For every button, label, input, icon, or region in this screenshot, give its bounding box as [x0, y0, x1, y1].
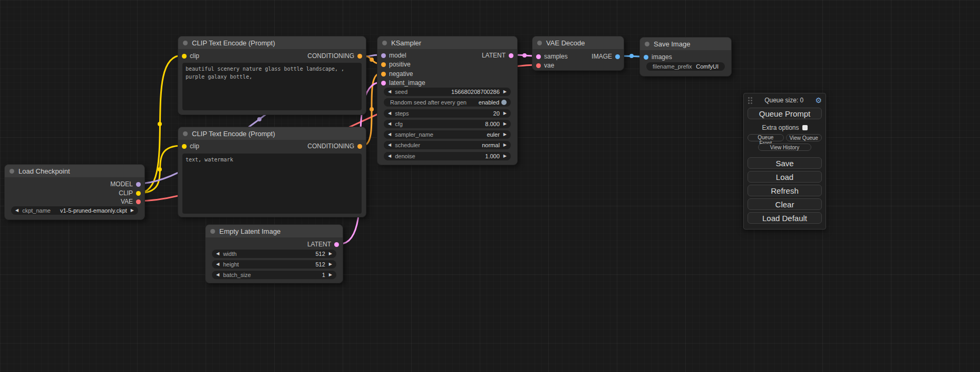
vae-slot-dot[interactable] [136, 199, 141, 204]
widget-label: cfg [395, 121, 403, 127]
widget-label: filename_prefix [653, 63, 692, 70]
extra-options-label: Extra options [762, 124, 799, 131]
view-queue-button[interactable]: View Queue [786, 134, 822, 141]
vae-slot-dot[interactable] [536, 63, 541, 68]
increment-arrow-icon[interactable]: ▶ [503, 154, 507, 158]
conditioning-slot-dot[interactable] [357, 54, 362, 59]
random-seed-toggle-widget[interactable]: Random seed after every gen enabled [384, 98, 511, 107]
collapse-dot-icon[interactable] [382, 41, 387, 45]
image-slot-dot[interactable] [644, 55, 648, 60]
node-clip-text-encode-positive[interactable]: CLIP Text Encode (Prompt) clip CONDITION… [178, 36, 366, 115]
prompt-textarea[interactable]: beautiful scenery nature glass bottle la… [182, 63, 362, 110]
batch-size-widget[interactable]: ◀ batch_size 1 ▶ [212, 271, 336, 279]
latent-slot-dot[interactable] [334, 242, 339, 247]
filename-prefix-widget[interactable]: filename_prefix ComfyUI [646, 62, 725, 71]
node-title-bar[interactable]: VAE Decode [532, 36, 624, 49]
steps-widget[interactable]: ◀ steps 20 ▶ [384, 109, 511, 118]
increment-arrow-icon[interactable]: ▶ [329, 262, 332, 266]
scheduler-widget[interactable]: ◀ scheduler normal ▶ [384, 141, 511, 149]
latent-slot-dot[interactable] [509, 53, 513, 58]
output-slot-vae: VAE [121, 198, 141, 205]
decrement-arrow-icon[interactable]: ◀ [388, 132, 391, 137]
collapse-dot-icon[interactable] [9, 169, 14, 174]
collapse-dot-icon[interactable] [183, 131, 188, 136]
clear-button[interactable]: Clear [748, 198, 822, 210]
node-title-bar[interactable]: CLIP Text Encode (Prompt) [178, 36, 366, 49]
widget-value: v1-5-pruned-emaonly.ckpt [60, 207, 127, 214]
widget-value: enabled [479, 99, 499, 106]
node-clip-text-encode-negative[interactable]: CLIP Text Encode (Prompt) clip CONDITION… [178, 127, 366, 217]
increment-arrow-icon[interactable]: ▶ [503, 111, 507, 116]
decrement-arrow-icon[interactable]: ◀ [388, 90, 391, 94]
increment-arrow-icon[interactable]: ▶ [131, 208, 134, 213]
increment-arrow-icon[interactable]: ▶ [503, 143, 507, 147]
view-history-button[interactable]: View History [758, 144, 812, 151]
menu-drag-handle-icon[interactable] [748, 97, 753, 104]
increment-arrow-icon[interactable]: ▶ [329, 273, 332, 277]
extra-options-checkbox[interactable] [802, 125, 808, 130]
input-slot-images: images [644, 53, 672, 61]
ckpt-name-widget[interactable]: ◀ ckpt_name v1-5-pruned-emaonly.ckpt ▶ [11, 206, 138, 215]
widget-value: 512 [315, 251, 325, 257]
node-save-image[interactable]: Save Image images filename_prefix ComfyU… [639, 37, 732, 77]
decrement-arrow-icon[interactable]: ◀ [388, 122, 391, 126]
clip-slot-dot[interactable] [182, 54, 187, 59]
width-widget[interactable]: ◀ width 512 ▶ [212, 250, 336, 258]
toggle-knob-icon[interactable] [501, 100, 507, 105]
height-widget[interactable]: ◀ height 512 ▶ [212, 260, 336, 269]
save-button[interactable]: Save [748, 157, 822, 169]
decrement-arrow-icon[interactable]: ◀ [216, 252, 219, 256]
collapse-dot-icon[interactable] [645, 42, 649, 46]
collapse-dot-icon[interactable] [183, 41, 188, 45]
sampler-name-widget[interactable]: ◀ sampler_name euler ▶ [384, 130, 511, 139]
conditioning-slot-dot[interactable] [381, 62, 386, 67]
queue-prompt-button[interactable]: Queue Prompt [748, 108, 822, 119]
cfg-widget[interactable]: ◀ cfg 8.000 ▶ [384, 120, 511, 128]
decrement-arrow-icon[interactable]: ◀ [388, 143, 391, 147]
increment-arrow-icon[interactable]: ▶ [329, 252, 332, 256]
model-slot-dot[interactable] [381, 53, 386, 58]
node-title: Save Image [654, 40, 690, 48]
decrement-arrow-icon[interactable]: ◀ [216, 262, 219, 266]
node-title-bar[interactable]: Save Image [640, 37, 731, 50]
conditioning-slot-dot[interactable] [357, 144, 362, 149]
increment-arrow-icon[interactable]: ▶ [503, 132, 507, 137]
node-empty-latent-image[interactable]: Empty Latent Image LATENT ◀ width 512 ▶ … [205, 224, 343, 283]
node-load-checkpoint[interactable]: Load Checkpoint MODEL CLIP VAE ◀ ckpt_na… [4, 164, 145, 220]
node-vae-decode[interactable]: VAE Decode samples vae IMAGE [532, 36, 624, 71]
decrement-arrow-icon[interactable]: ◀ [15, 208, 18, 213]
decrement-arrow-icon[interactable]: ◀ [388, 111, 391, 116]
increment-arrow-icon[interactable]: ▶ [503, 122, 507, 126]
image-slot-dot[interactable] [615, 54, 620, 59]
input-slot-vae: vae [536, 62, 554, 69]
clip-slot-dot[interactable] [182, 144, 187, 149]
node-title-bar[interactable]: KSampler [377, 36, 517, 49]
collapse-dot-icon[interactable] [210, 229, 215, 234]
model-slot-dot[interactable] [136, 182, 141, 187]
widget-label: sampler_name [395, 131, 433, 138]
conditioning-slot-dot[interactable] [381, 72, 386, 77]
node-title-bar[interactable]: Load Checkpoint [5, 165, 144, 177]
graph-canvas[interactable]: Load Checkpoint MODEL CLIP VAE ◀ ckpt_na… [0, 0, 980, 372]
refresh-button[interactable]: Refresh [748, 185, 822, 196]
queue-front-button[interactable]: Queue Front [748, 134, 784, 141]
denoise-widget[interactable]: ◀ denoise 1.000 ▶ [384, 152, 511, 160]
node-title-bar[interactable]: CLIP Text Encode (Prompt) [178, 127, 366, 140]
node-title-bar[interactable]: Empty Latent Image [206, 225, 343, 237]
prompt-textarea[interactable]: text, watermark [182, 154, 362, 214]
load-default-button[interactable]: Load Default [748, 212, 822, 224]
latent-slot-dot[interactable] [536, 54, 541, 59]
seed-widget[interactable]: ◀ seed 156680208700286 ▶ [384, 88, 511, 96]
link-midpoint-dot [158, 167, 162, 171]
increment-arrow-icon[interactable]: ▶ [503, 90, 507, 94]
decrement-arrow-icon[interactable]: ◀ [388, 154, 391, 158]
node-ksampler[interactable]: KSampler model positive negative latent_… [377, 36, 518, 165]
node-title: CLIP Text Encode (Prompt) [192, 39, 275, 47]
settings-gear-icon[interactable]: ⚙ [815, 96, 822, 104]
collapse-dot-icon[interactable] [537, 41, 542, 45]
clip-slot-dot[interactable] [136, 191, 141, 196]
slot-label: latent_image [389, 79, 425, 87]
decrement-arrow-icon[interactable]: ◀ [216, 273, 219, 277]
load-button[interactable]: Load [748, 171, 822, 183]
latent-slot-dot[interactable] [381, 81, 386, 85]
